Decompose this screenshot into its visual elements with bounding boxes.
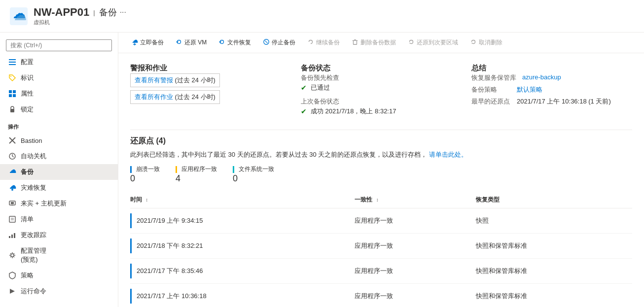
policy-icon: [8, 271, 17, 280]
file-restore-icon: [218, 38, 225, 47]
restore-secondary-icon: [408, 38, 415, 47]
alerts-section: 警报和作业 查看所有警报 (过去 24 小时) 查看所有作业 (过去 24 小时…: [130, 63, 291, 120]
svg-rect-6: [13, 90, 16, 93]
fs-bar: [233, 166, 234, 173]
app-bar: [176, 166, 177, 173]
sidebar-item-config-management[interactable]: 配置管理(预览): [0, 243, 118, 268]
sidebar-item-guest-updates[interactable]: 来宾 + 主机更新: [0, 196, 118, 211]
change-tracking-icon: [8, 231, 17, 239]
sidebar-item-auto-shutdown[interactable]: 自动关机: [0, 148, 118, 164]
view-jobs-link[interactable]: 查看所有作业: [135, 93, 173, 101]
row-indicator: [130, 289, 132, 304]
sidebar-item-bastion[interactable]: Bastion: [0, 133, 118, 148]
delete-backup-icon: [352, 38, 358, 47]
auto-shutdown-icon: [8, 152, 17, 161]
consistency-column-header[interactable]: 一致性 ↕: [355, 192, 476, 208]
pre-check-label: 备份预先检查: [301, 73, 339, 82]
summary-title: 总结: [471, 63, 632, 73]
sidebar-item-run-command-label: 运行命令: [21, 287, 46, 296]
restore-vm-button[interactable]: 还原 VM: [171, 35, 212, 50]
recovery-type-cell: 快照和保管库标准: [476, 234, 632, 259]
view-alerts-link[interactable]: 查看所有警报: [135, 76, 173, 84]
sidebar-item-inventory[interactable]: 清单: [0, 211, 118, 227]
crash-bar: [130, 166, 132, 173]
sidebar-item-inventory-label: 清单: [21, 215, 34, 224]
backup-icon: [8, 168, 17, 176]
crash-consistent-counter: 崩溃一致 0: [130, 165, 160, 184]
svg-point-15: [11, 189, 13, 191]
vault-value[interactable]: azure-backup: [522, 73, 561, 82]
instant-backup-button[interactable]: 立即备份: [126, 35, 169, 50]
consistency-cell: 应用程序一致: [355, 259, 476, 284]
delete-backup-button[interactable]: 删除备份数据: [347, 35, 401, 50]
restore-desc-text: 此列表已经筛选，其中列出了最近 30 天的还原点。若要从过去 30 天之前的还原…: [130, 151, 427, 158]
time-column-header[interactable]: 时间 ↕: [130, 192, 355, 208]
run-command-icon: [8, 287, 17, 296]
search-input[interactable]: [6, 39, 112, 51]
table-row[interactable]: 2021/7/17 上午 10:36:18 应用程序一致 快照和保管库标准: [130, 284, 632, 307]
svg-rect-5: [9, 90, 12, 93]
sidebar-item-backup-label: 备份: [21, 168, 34, 176]
sidebar-item-policy-label: 策略: [21, 271, 34, 280]
restore-table-body: 2021/7/19 上午 9:34:15 应用程序一致 快照 2021/7/18…: [130, 208, 632, 307]
sidebar-item-run-command[interactable]: 运行命令: [0, 283, 118, 299]
sidebar-item-change-tracking[interactable]: 更改跟踪: [0, 227, 118, 243]
svg-rect-8: [13, 94, 16, 97]
last-backup-label: 上次备份状态: [301, 97, 339, 106]
app-consistent-counter: 应用程序一致 4: [176, 165, 217, 184]
consistency-cell: 应用程序一致: [355, 234, 476, 259]
sidebar-item-change-tracking-label: 更改跟踪: [21, 231, 46, 239]
stop-backup-button[interactable]: 停止备份: [258, 35, 300, 50]
config-icon: [8, 58, 17, 67]
guest-updates-icon: [8, 199, 17, 208]
sidebar-item-properties-label: 属性: [21, 89, 34, 98]
operations-section-label: 操作: [0, 117, 118, 133]
table-row[interactable]: 2021/7/19 上午 9:34:15 应用程序一致 快照: [130, 208, 632, 234]
lock-icon: [8, 105, 17, 114]
sidebar-item-backup[interactable]: 备份: [0, 164, 118, 180]
sidebar-item-disaster-recovery[interactable]: 灾难恢复: [0, 180, 118, 196]
restore-desc-link[interactable]: 请单击此处。: [429, 151, 467, 158]
sidebar-item-tags[interactable]: 标识: [0, 70, 118, 86]
svg-rect-22: [9, 236, 10, 238]
sidebar-item-properties[interactable]: 属性: [0, 86, 118, 102]
table-row[interactable]: 2021/7/18 下午 8:32:21 应用程序一致 快照和保管库标准: [130, 234, 632, 259]
crash-consistent-value: 0: [130, 173, 160, 184]
resume-backup-button[interactable]: 继续备份: [302, 35, 345, 50]
time-cell: 2021/7/19 上午 9:34:15: [130, 208, 355, 234]
restore-vm-icon: [176, 38, 182, 47]
config-management-icon: [8, 251, 17, 260]
crash-consistent-label: 崩溃一致: [130, 165, 160, 173]
stop-backup-icon: [263, 38, 270, 47]
svg-rect-7: [9, 94, 12, 97]
sidebar-item-lock[interactable]: 锁定: [0, 102, 118, 117]
sidebar-item-config[interactable]: 配置: [0, 54, 118, 70]
cancel-delete-label: 取消删除: [479, 38, 502, 47]
sidebar-item-lock-label: 锁定: [21, 105, 34, 114]
table-row[interactable]: 2021/7/17 下午 8:35:46 应用程序一致 快照和保管库标准: [130, 259, 632, 284]
svg-rect-19: [9, 216, 15, 222]
pre-check-value: 已通过: [311, 83, 330, 92]
sidebar-item-bastion-label: Bastion: [21, 137, 42, 144]
vm-type: 虚拟机: [34, 19, 126, 26]
last-backup-label-row: 上次备份状态: [301, 97, 462, 106]
header-title-block: NW-APP01 | 备份 ··· 虚拟机: [34, 6, 126, 26]
svg-line-29: [265, 40, 268, 43]
backup-status-section: 备份状态 备份预先检查 ✔ 已通过 上次备份状态 ✔ 成功 2021/7/18，…: [301, 63, 462, 120]
resume-backup-label: 继续备份: [316, 38, 340, 47]
recovery-type-cell: 快照: [476, 208, 632, 234]
file-restore-button[interactable]: 文件恢复: [214, 35, 256, 50]
svg-rect-2: [9, 62, 16, 63]
svg-rect-30: [354, 40, 357, 44]
cancel-delete-button[interactable]: 取消删除: [465, 35, 507, 50]
sidebar-item-policy[interactable]: 策略: [0, 268, 118, 283]
app-consistent-label: 应用程序一致: [176, 165, 217, 173]
view-alerts-box: 查看所有警报 (过去 24 小时): [130, 73, 220, 87]
last-backup-check-icon: ✔: [301, 107, 307, 115]
restore-section: 还原点 (4) 此列表已经筛选，其中列出了最近 30 天的还原点。若要从过去 3…: [130, 136, 632, 307]
restore-secondary-button[interactable]: 还原到次要区域: [403, 35, 463, 50]
pre-check-check-icon: ✔: [301, 84, 307, 92]
main-layout: 配置 标识 属性 锁定 操作 Bastion: [0, 33, 644, 307]
policy-value[interactable]: 默认策略: [517, 85, 542, 94]
resume-backup-icon: [307, 38, 314, 47]
